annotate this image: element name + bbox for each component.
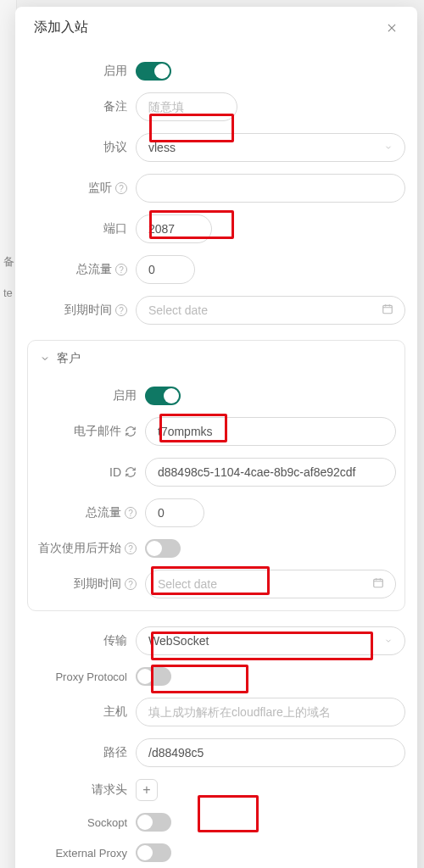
client-id-label: ID — [36, 465, 145, 479]
chevron-down-icon — [384, 143, 393, 152]
client-email-input[interactable] — [145, 417, 396, 446]
client-start-label: 首次使用后开始 ? — [36, 541, 145, 556]
chevron-down-icon — [384, 637, 393, 645]
headers-label: 请求头 — [27, 782, 136, 798]
refresh-icon[interactable] — [125, 426, 137, 437]
host-label: 主机 — [27, 704, 136, 720]
modal-title: 添加入站 — [34, 19, 88, 36]
client-total-input[interactable] — [145, 498, 204, 527]
client-expiry-label: 到期时间 ? — [36, 576, 145, 592]
client-start-toggle[interactable] — [145, 539, 181, 558]
total-traffic-label: 总流量 ? — [27, 262, 136, 277]
path-label: 路径 — [27, 745, 136, 760]
client-enable-toggle[interactable] — [145, 387, 181, 405]
help-icon[interactable]: ? — [115, 304, 127, 316]
remark-input[interactable] — [136, 92, 237, 121]
background-sidebar: 备 te — [0, 0, 17, 868]
modal-body: 启用 备注 协议 vless 监听 ? — [15, 47, 417, 868]
proxy-protocol-label: Proxy Protocol — [27, 670, 136, 683]
help-icon[interactable]: ? — [125, 578, 137, 590]
port-label: 端口 — [27, 221, 136, 236]
client-total-label: 总流量 ? — [36, 505, 145, 520]
modal-header: 添加入站 — [15, 7, 417, 47]
listen-label: 监听 ? — [27, 181, 136, 196]
client-enable-label: 启用 — [36, 388, 145, 403]
help-icon[interactable]: ? — [115, 182, 127, 194]
close-icon[interactable] — [383, 19, 400, 36]
total-traffic-input[interactable] — [136, 255, 195, 284]
chevron-down-icon — [40, 353, 50, 364]
path-input[interactable] — [136, 738, 405, 767]
client-email-label: 电子邮件 — [36, 424, 145, 439]
expiry-label: 到期时间 ? — [27, 303, 136, 318]
add-header-button[interactable]: + — [136, 779, 158, 801]
client-expiry-input[interactable] — [145, 570, 396, 598]
client-panel-title: 客户 — [57, 351, 81, 366]
protocol-label: 协议 — [27, 140, 136, 155]
sockopt-label: Sockopt — [27, 816, 136, 829]
transport-label: 传输 — [27, 633, 136, 648]
remark-label: 备注 — [27, 99, 136, 114]
refresh-icon[interactable] — [125, 466, 137, 478]
transport-select[interactable]: WebSocket — [136, 626, 405, 655]
port-input[interactable] — [136, 214, 212, 243]
help-icon[interactable]: ? — [125, 507, 137, 519]
sockopt-toggle[interactable] — [136, 813, 171, 832]
help-icon[interactable]: ? — [115, 264, 127, 275]
client-id-input[interactable] — [145, 458, 396, 487]
protocol-value: vless — [148, 141, 176, 154]
listen-input[interactable] — [136, 174, 405, 203]
add-inbound-modal: 添加入站 启用 备注 协议 vless — [15, 7, 417, 868]
protocol-select[interactable]: vless — [136, 133, 405, 162]
transport-value: WebSocket — [148, 634, 209, 648]
client-panel: 客户 启用 电子邮件 — [27, 340, 405, 611]
external-proxy-toggle[interactable] — [136, 843, 171, 862]
help-icon[interactable]: ? — [125, 542, 137, 554]
host-input[interactable] — [136, 698, 405, 726]
proxy-protocol-toggle[interactable] — [136, 667, 171, 686]
client-panel-header[interactable]: 客户 — [36, 351, 396, 373]
enable-label: 启用 — [27, 64, 136, 79]
enable-toggle[interactable] — [136, 62, 171, 81]
external-proxy-label: External Proxy — [27, 847, 136, 860]
expiry-date-input[interactable] — [136, 296, 405, 325]
